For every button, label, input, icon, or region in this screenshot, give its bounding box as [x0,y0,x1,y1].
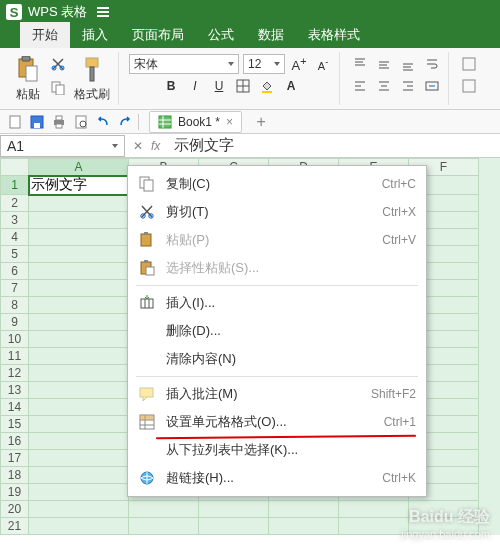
ribbon-tab-1[interactable]: 插入 [70,22,120,48]
select-all-corner[interactable] [1,159,29,176]
fx-icon[interactable]: fx [151,139,160,153]
align-top-button[interactable] [350,54,370,74]
menu-item[interactable]: 超链接(H)...Ctrl+K [128,464,426,492]
row-header[interactable]: 9 [1,314,29,331]
font-color-button[interactable]: A [281,76,301,96]
row-header[interactable]: 12 [1,365,29,382]
row-header[interactable]: 18 [1,467,29,484]
undo-button[interactable] [94,113,112,131]
menu-item[interactable]: 设置单元格格式(O)...Ctrl+1 [128,408,426,436]
cell[interactable] [29,297,129,314]
cancel-formula-icon[interactable]: ✕ [133,139,143,153]
row-header[interactable]: 15 [1,416,29,433]
wrap-text-button[interactable] [422,54,442,74]
row-header[interactable]: 16 [1,433,29,450]
cell[interactable] [29,263,129,280]
column-header[interactable]: A [29,159,129,176]
document-tab[interactable]: Book1 * × [149,111,242,133]
cell[interactable] [29,501,129,518]
cell[interactable] [29,484,129,501]
menu-item[interactable]: 清除内容(N) [128,345,426,373]
cell[interactable] [29,246,129,263]
save-button[interactable] [28,113,46,131]
row-header[interactable]: 17 [1,450,29,467]
copy-button[interactable] [48,78,68,98]
row-header[interactable]: 8 [1,297,29,314]
row-header[interactable]: 6 [1,263,29,280]
cell[interactable] [269,501,339,518]
format-painter-button[interactable]: 格式刷 [72,54,112,103]
print-button[interactable] [50,113,68,131]
cell[interactable] [29,382,129,399]
row-header[interactable]: 7 [1,280,29,297]
cell[interactable] [339,518,409,535]
ribbon-tab-5[interactable]: 表格样式 [296,22,372,48]
print-preview-button[interactable] [72,113,90,131]
row-header[interactable]: 11 [1,348,29,365]
align-left-button[interactable] [350,76,370,96]
bold-button[interactable]: B [161,76,181,96]
number-format-button[interactable] [459,54,479,74]
cell[interactable] [29,348,129,365]
cell[interactable] [29,229,129,246]
cell[interactable] [269,518,339,535]
cell[interactable] [29,195,129,212]
paste-button[interactable]: 粘贴 [12,54,44,103]
align-center-button[interactable] [374,76,394,96]
cell[interactable] [339,501,409,518]
row-header[interactable]: 2 [1,195,29,212]
grow-font-button[interactable]: A+ [289,54,309,74]
cell[interactable] [29,518,129,535]
cell[interactable] [29,314,129,331]
align-right-button[interactable] [398,76,418,96]
row-header[interactable]: 14 [1,399,29,416]
new-button[interactable] [6,113,24,131]
cut-button[interactable] [48,54,68,74]
align-middle-button[interactable] [374,54,394,74]
redo-button[interactable] [116,113,134,131]
cell[interactable] [29,212,129,229]
cell[interactable] [29,433,129,450]
cell[interactable]: 示例文字 [29,176,129,195]
currency-button[interactable] [459,76,479,96]
cell[interactable] [29,280,129,297]
menu-item[interactable]: 剪切(T)Ctrl+X [128,198,426,226]
cell[interactable] [199,518,269,535]
row-header[interactable]: 20 [1,501,29,518]
row-header[interactable]: 13 [1,382,29,399]
name-box[interactable]: A1 [0,135,125,157]
merge-button[interactable] [422,76,442,96]
shrink-font-button[interactable]: A- [313,54,333,74]
row-header[interactable]: 10 [1,331,29,348]
menu-item[interactable]: 从下拉列表中选择(K)... [128,436,426,464]
row-header[interactable]: 21 [1,518,29,535]
ribbon-tab-4[interactable]: 数据 [246,22,296,48]
row-header[interactable]: 4 [1,229,29,246]
cell[interactable] [129,518,199,535]
row-header[interactable]: 19 [1,484,29,501]
underline-button[interactable]: U [209,76,229,96]
row-header[interactable]: 1 [1,176,29,195]
cell[interactable] [29,416,129,433]
font-size-select[interactable]: 12 [243,54,285,74]
row-header[interactable]: 5 [1,246,29,263]
add-tab-button[interactable]: + [252,113,270,131]
cell[interactable] [29,399,129,416]
fill-color-button[interactable] [257,76,277,96]
cell[interactable] [129,501,199,518]
align-bottom-button[interactable] [398,54,418,74]
menu-item[interactable]: 插入批注(M)Shift+F2 [128,380,426,408]
menu-item[interactable]: 插入(I)... [128,289,426,317]
formula-input[interactable]: 示例文字 [168,136,500,155]
ribbon-tab-2[interactable]: 页面布局 [120,22,196,48]
cell[interactable] [29,450,129,467]
menu-item[interactable]: 复制(C)Ctrl+C [128,170,426,198]
italic-button[interactable]: I [185,76,205,96]
row-header[interactable]: 3 [1,212,29,229]
close-icon[interactable]: × [226,115,233,129]
cell[interactable] [29,467,129,484]
cell[interactable] [409,518,479,535]
cell[interactable] [199,501,269,518]
cell[interactable] [29,331,129,348]
ribbon-tab-3[interactable]: 公式 [196,22,246,48]
